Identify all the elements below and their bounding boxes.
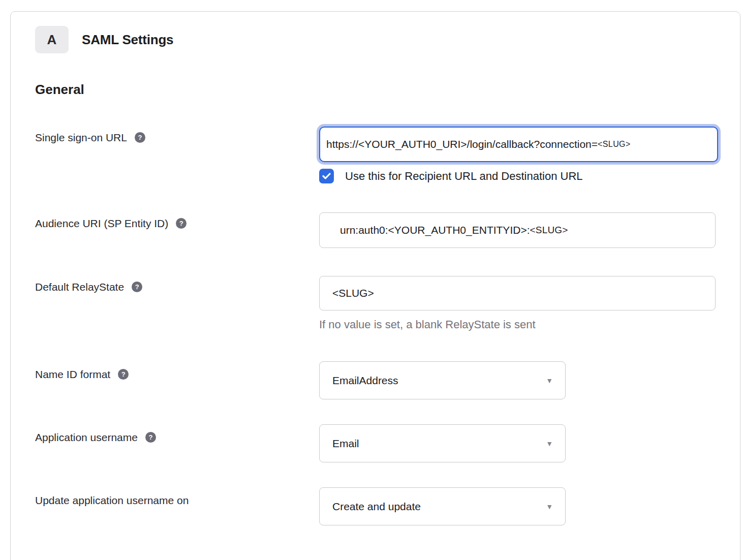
relay-state-help-icon[interactable]: ? <box>132 282 142 292</box>
name-id-format-select[interactable]: EmailAddress ▼ <box>319 361 566 399</box>
section-title: General <box>35 82 740 98</box>
name-id-format-value: EmailAddress <box>332 375 398 387</box>
row-update-application-username: Update application username on Create an… <box>35 487 740 525</box>
relay-state-input[interactable]: <SLUG> <box>319 276 716 310</box>
row-single-sign-on-url: Single sign-on URL ? https://<YOUR_AUTH0… <box>35 127 740 183</box>
row-name-id-format: Name ID format ? EmailAddress ▼ <box>35 361 740 399</box>
recipient-url-checkbox-label: Use this for Recipient URL and Destinati… <box>345 170 583 183</box>
update-app-username-select[interactable]: Create and update ▼ <box>319 487 566 525</box>
sso-url-label: Single sign-on URL <box>35 131 127 144</box>
panel-title: SAML Settings <box>82 32 173 48</box>
checkmark-icon <box>322 173 331 179</box>
recipient-url-checkbox-row: Use this for Recipient URL and Destinati… <box>319 169 740 183</box>
update-app-username-value: Create and update <box>332 501 421 513</box>
chevron-down-icon: ▼ <box>546 440 553 448</box>
panel-header: A SAML Settings <box>35 26 740 53</box>
sso-url-help-icon[interactable]: ? <box>135 132 145 143</box>
relay-state-value: <SLUG> <box>332 287 374 299</box>
app-username-value: Email <box>332 438 359 450</box>
app-username-select[interactable]: Email ▼ <box>319 424 566 462</box>
sso-url-input[interactable]: https://<YOUR_AUTH0_URI>/login/callback?… <box>319 127 718 162</box>
update-app-username-label: Update application username on <box>35 493 189 507</box>
row-application-username: Application username ? Email ▼ <box>35 424 740 462</box>
audience-uri-help-icon[interactable]: ? <box>176 218 187 229</box>
sso-url-value: https://<YOUR_AUTH0_URI>/login/callback?… <box>326 138 598 150</box>
audience-uri-label: Audience URI (SP Entity ID) <box>35 216 168 230</box>
name-id-format-label: Name ID format <box>35 367 110 381</box>
relay-state-label: Default RelayState <box>35 280 124 294</box>
chevron-down-icon: ▼ <box>546 377 553 385</box>
chevron-down-icon: ▼ <box>546 503 553 511</box>
row-audience-uri: Audience URI (SP Entity ID) ? urn:auth0:… <box>35 212 740 248</box>
recipient-url-checkbox[interactable] <box>319 169 334 183</box>
saml-settings-panel: A SAML Settings General Single sign-on U… <box>10 11 740 560</box>
sso-url-value-slug: <SLUG> <box>598 140 631 149</box>
relay-state-hint: If no value is set, a blank RelayState i… <box>319 318 740 331</box>
app-username-label: Application username <box>35 430 138 444</box>
row-default-relaystate: Default RelayState ? <SLUG> If no value … <box>35 276 740 331</box>
audience-uri-value: urn:auth0:<YOUR_AUTH0_ENTITYID>: <box>340 224 530 236</box>
step-badge: A <box>35 26 69 53</box>
audience-uri-value-slug: <SLUG> <box>530 225 568 236</box>
audience-uri-input[interactable]: urn:auth0:<YOUR_AUTH0_ENTITYID>:<SLUG> <box>319 212 716 248</box>
name-id-format-help-icon[interactable]: ? <box>118 369 129 380</box>
app-username-help-icon[interactable]: ? <box>145 432 156 443</box>
